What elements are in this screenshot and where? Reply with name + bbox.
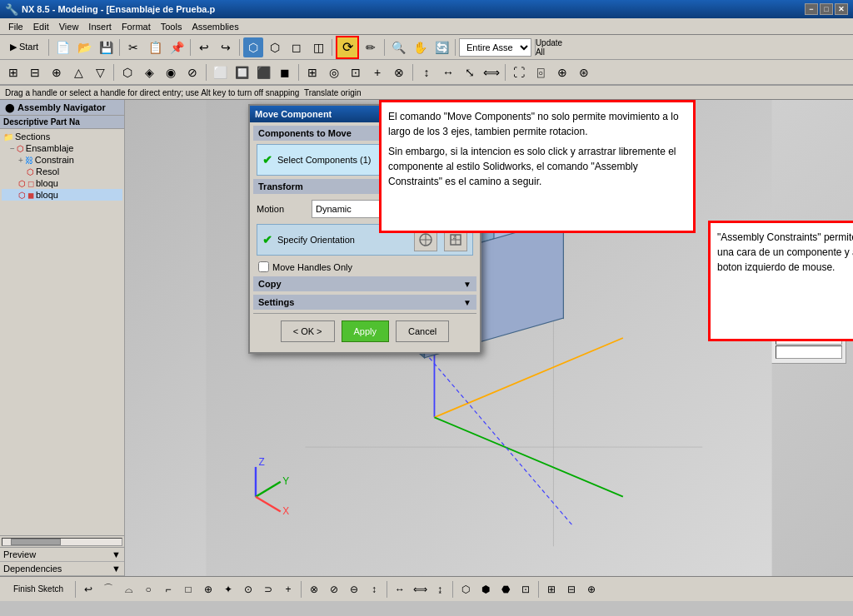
t2-btn10[interactable]: ⬜	[210, 62, 230, 82]
bt-btn25[interactable]: ⊕	[582, 580, 601, 599]
bt-btn11[interactable]: +	[279, 580, 297, 599]
menu-assemblies[interactable]: Assemblies	[187, 20, 243, 33]
t2-btn22[interactable]: ⟺	[481, 62, 501, 82]
new-btn[interactable]: 📄	[52, 37, 72, 57]
t2-btn11[interactable]: 🔲	[232, 62, 252, 82]
bt-btn8[interactable]: ✦	[219, 580, 237, 599]
tree-constraints[interactable]: + ⛓ Constrain	[2, 154, 122, 166]
menu-format[interactable]: Format	[117, 20, 156, 33]
sketch-btn[interactable]: ✏	[361, 37, 381, 57]
tree-ensamblaje[interactable]: − ⬡ Ensamblaje	[2, 142, 122, 154]
bt-btn10[interactable]: ⊃	[259, 580, 277, 599]
bt-btn13[interactable]: ⊘	[325, 580, 343, 599]
t2-btn13[interactable]: ◼	[275, 62, 295, 82]
view3d-1[interactable]: ⬡	[243, 37, 263, 57]
bt-btn4[interactable]: ○	[139, 580, 157, 599]
cancel-button[interactable]: Cancel	[396, 320, 449, 342]
bt-btn1[interactable]: ↩	[79, 580, 97, 599]
cut-btn[interactable]: ✂	[123, 37, 143, 57]
move-handles-checkbox[interactable]	[258, 261, 269, 272]
scroll-thumb[interactable]	[11, 539, 61, 545]
t2-btn3[interactable]: ⊕	[47, 62, 67, 82]
redo-btn[interactable]: ↪	[216, 37, 236, 57]
t2-btn9[interactable]: ⊘	[182, 62, 202, 82]
horizontal-scroll[interactable]	[0, 535, 124, 547]
t2-btn19[interactable]: ↕	[417, 62, 436, 82]
bt-btn20[interactable]: ⬢	[476, 580, 495, 599]
bt-btn3[interactable]: ⌓	[119, 580, 137, 599]
view3d-3[interactable]: ◻	[287, 37, 307, 57]
menu-view[interactable]: View	[54, 20, 84, 33]
t2-btn5[interactable]: ▽	[90, 62, 110, 82]
bt-btn15[interactable]: ↕	[365, 580, 383, 599]
apply-button[interactable]: Apply	[342, 320, 390, 342]
minimize-btn[interactable]: −	[805, 3, 818, 15]
bt-btn21[interactable]: ⬣	[496, 580, 515, 599]
bt-btn7[interactable]: ⊕	[199, 580, 217, 599]
bt-btn5[interactable]: ⌐	[159, 580, 177, 599]
t2-btn6[interactable]: ⬡	[117, 62, 137, 82]
menu-file[interactable]: File	[3, 20, 28, 33]
open-btn[interactable]: 📂	[74, 37, 94, 57]
t2-btn14[interactable]: ⊞	[302, 62, 322, 82]
menu-edit[interactable]: Edit	[28, 20, 54, 33]
settings-header[interactable]: Settings ▼	[253, 295, 476, 310]
t2-btn1[interactable]: ⊞	[3, 62, 23, 82]
t2-btn26[interactable]: ⊛	[574, 62, 594, 82]
update-all-btn[interactable]: Update All	[539, 37, 559, 57]
tree-sections[interactable]: 📁 Sections	[2, 131, 122, 142]
t2-btn2[interactable]: ⊟	[25, 62, 45, 82]
t2-btn8[interactable]: ◉	[161, 62, 181, 82]
preview-section[interactable]: Preview ▼	[0, 548, 124, 562]
copy-btn[interactable]: 📋	[145, 37, 165, 57]
t2-btn12[interactable]: ⬛	[253, 62, 273, 82]
bt-btn6[interactable]: □	[179, 580, 197, 599]
t2-btn4[interactable]: △	[68, 62, 88, 82]
view3d-2[interactable]: ⬡	[265, 37, 285, 57]
bt-btn24[interactable]: ⊟	[562, 580, 581, 599]
assembly-dropdown[interactable]: Entire Asse	[459, 38, 531, 57]
menu-tools[interactable]: Tools	[156, 20, 187, 33]
t2-btn18[interactable]: ⊗	[389, 62, 409, 82]
t2-btn17[interactable]: +	[367, 62, 387, 82]
bt-btn23[interactable]: ⊞	[542, 580, 561, 599]
bt-btn22[interactable]: ⊡	[516, 580, 535, 599]
menu-insert[interactable]: Insert	[83, 20, 117, 33]
tree-resol[interactable]: ⬡ Resol	[2, 166, 122, 177]
undo-btn[interactable]: ↩	[194, 37, 214, 57]
start-dropdown[interactable]: ▶ Start	[3, 37, 45, 57]
dependencies-expand[interactable]: ▼	[112, 564, 121, 574]
bt-btn17[interactable]: ⟺	[411, 580, 429, 599]
move-component-btn[interactable]: ⟳	[336, 36, 359, 59]
t2-btn24[interactable]: ⌻	[531, 62, 551, 82]
bt-btn14[interactable]: ⊖	[345, 580, 363, 599]
t2-btn23[interactable]: ⛶	[509, 62, 529, 82]
bt-btn19[interactable]: ⬡	[456, 580, 475, 599]
zoom-btn[interactable]: 🔍	[388, 37, 408, 57]
copy-header[interactable]: Copy ▼	[253, 276, 476, 291]
view3d-4[interactable]: ◫	[308, 37, 328, 57]
t2-btn7[interactable]: ◈	[139, 62, 159, 82]
scroll-track[interactable]	[2, 538, 122, 546]
save-btn[interactable]: 💾	[96, 37, 116, 57]
t2-btn20[interactable]: ↔	[438, 62, 458, 82]
rotate-btn[interactable]: 🔄	[431, 37, 451, 57]
bt-btn2[interactable]: ⌒	[99, 580, 117, 599]
bt-btn16[interactable]: ↔	[391, 580, 409, 599]
t2-btn16[interactable]: ⊡	[346, 62, 366, 82]
preview-expand[interactable]: ▼	[112, 549, 121, 559]
bt-btn9[interactable]: ⊙	[239, 580, 257, 599]
bt-btn18[interactable]: ↨	[431, 580, 449, 599]
tree-bloqu2[interactable]: ⬡ ◼ bloqu	[2, 189, 122, 201]
close-btn[interactable]: ✕	[835, 3, 848, 15]
t2-btn25[interactable]: ⊕	[552, 62, 572, 82]
viewport[interactable]: ZC YC XC X 0.0000000 Y 0.0000000 Z 784.9…	[125, 100, 853, 576]
restore-btn[interactable]: □	[820, 3, 833, 15]
tree-bloqu1[interactable]: ⬡ ◻ bloqu	[2, 177, 122, 189]
ok-button[interactable]: < OK >	[281, 320, 335, 342]
t2-btn15[interactable]: ◎	[324, 62, 344, 82]
bt-btn12[interactable]: ⊗	[305, 580, 323, 599]
paste-btn[interactable]: 📌	[167, 37, 187, 57]
pan-btn[interactable]: ✋	[410, 37, 430, 57]
dependencies-section[interactable]: Dependencies ▼	[0, 562, 124, 576]
